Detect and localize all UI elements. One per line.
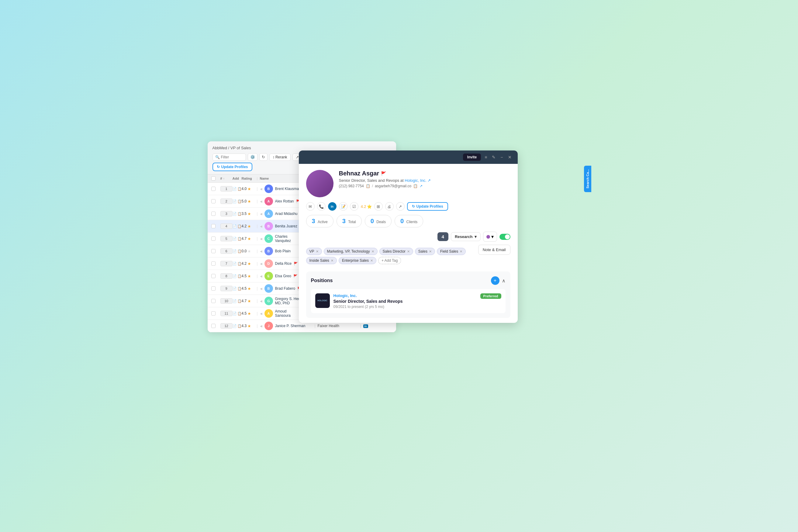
phone-icon[interactable]: 📞 xyxy=(317,202,326,211)
row-checkbox[interactable] xyxy=(211,286,221,291)
share-icon[interactable]: ↗ xyxy=(396,202,405,211)
rerank-button[interactable]: ↕ Rerank xyxy=(269,153,291,161)
print-icon[interactable]: 🖨 xyxy=(385,202,394,211)
update-profiles-list-button[interactable]: ↻ Update Profiles xyxy=(212,163,252,171)
row-checkbox[interactable] xyxy=(211,236,221,241)
email-icon[interactable]: ✉ xyxy=(306,202,315,211)
book-icon[interactable]: 📋 xyxy=(238,311,242,316)
book-icon[interactable]: 📋 xyxy=(238,212,242,216)
row-checkbox[interactable] xyxy=(211,299,221,303)
person-name[interactable]: Brad Fabero xyxy=(275,286,296,291)
person-name[interactable]: Arad Midashu xyxy=(275,212,298,216)
person-name[interactable]: Bob Plain xyxy=(275,249,291,253)
external-email-icon[interactable]: ↗ xyxy=(419,184,422,188)
book-icon[interactable]: 📋 xyxy=(238,200,242,203)
tag-chip[interactable]: VP✕ xyxy=(306,248,322,255)
doc-icon[interactable]: 📄 xyxy=(232,262,237,266)
remove-tag-icon[interactable]: ✕ xyxy=(460,250,462,253)
row-checkbox[interactable] xyxy=(211,199,221,203)
remove-tag-icon[interactable]: ✕ xyxy=(429,250,432,253)
add-tag-button[interactable]: + Add Tag xyxy=(378,257,401,264)
search-tab[interactable]: Search Ca... xyxy=(584,166,591,192)
doc-icon[interactable]: 📄 xyxy=(232,274,237,278)
person-name[interactable]: Janice P. Sherman xyxy=(275,324,305,328)
position-company[interactable]: Hologic, Inc. xyxy=(334,293,403,298)
doc-icon[interactable]: 📄 xyxy=(232,324,237,328)
remove-tag-icon[interactable]: ✕ xyxy=(370,259,373,263)
person-name[interactable]: Alex Rottan xyxy=(275,199,294,203)
remove-tag-icon[interactable]: ✕ xyxy=(331,259,334,263)
active-stat[interactable]: 3 Active xyxy=(306,215,334,227)
row-checkbox[interactable] xyxy=(211,311,221,316)
stage-dropdown[interactable]: Research ▾ xyxy=(451,232,481,241)
tag-chip[interactable]: Marketing, VP, Technology✕ xyxy=(324,248,378,255)
settings-button[interactable]: ⚙️ xyxy=(248,153,258,161)
row-checkbox[interactable] xyxy=(211,187,221,191)
linkedin-cell[interactable]: in xyxy=(363,324,376,328)
tag-chip[interactable]: Field Sales✕ xyxy=(437,248,466,255)
row-checkbox[interactable] xyxy=(211,262,221,266)
doc-icon[interactable]: 📄 xyxy=(232,200,237,203)
list-view-button[interactable]: ≡ xyxy=(483,154,488,160)
color-picker-dropdown[interactable]: ▾ xyxy=(483,232,497,242)
linkedin-icon[interactable]: in xyxy=(328,202,337,211)
person-name[interactable]: Della Rice xyxy=(275,262,292,266)
remove-tag-icon[interactable]: ✕ xyxy=(407,250,410,253)
tag-chip[interactable]: Sales Director✕ xyxy=(379,248,413,255)
minimize-button[interactable]: − xyxy=(499,154,504,160)
book-icon[interactable]: 📋 xyxy=(238,249,242,253)
refresh-button[interactable]: ↻ xyxy=(259,153,267,161)
book-icon[interactable]: 📋 xyxy=(238,187,242,191)
filter-input[interactable] xyxy=(221,155,243,159)
close-button[interactable]: ✕ xyxy=(507,154,513,160)
doc-icon[interactable]: 📄 xyxy=(232,224,237,228)
book-icon[interactable]: 📋 xyxy=(238,299,242,303)
doc-icon[interactable]: 📄 xyxy=(232,287,237,291)
linkedin-badge[interactable]: in xyxy=(363,324,368,328)
search-box[interactable]: 🔍 xyxy=(212,153,246,161)
clients-stat[interactable]: 0 Clients xyxy=(395,215,423,227)
add-position-button[interactable]: + xyxy=(491,276,499,285)
grid-icon[interactable]: ⊞ xyxy=(374,202,383,211)
note-email-button[interactable]: Note & Email xyxy=(478,245,510,255)
doc-icon[interactable]: 📄 xyxy=(232,311,237,316)
row-checkbox[interactable] xyxy=(211,224,221,228)
book-icon[interactable]: 📋 xyxy=(238,287,242,291)
tag-chip[interactable]: Sales✕ xyxy=(415,248,435,255)
remove-tag-icon[interactable]: ✕ xyxy=(372,250,374,253)
person-name[interactable]: Amoud Sansoura xyxy=(275,309,302,318)
remove-tag-icon[interactable]: ✕ xyxy=(316,250,319,253)
book-icon[interactable]: 📋 xyxy=(238,324,242,328)
person-name[interactable]: Charles Vanquitez xyxy=(275,234,302,243)
row-checkbox[interactable] xyxy=(211,274,221,278)
company-link[interactable]: Hologic, Inc. xyxy=(405,178,426,183)
edit-button[interactable]: ✎ xyxy=(491,154,497,160)
copy-icon[interactable]: 📋 xyxy=(366,184,370,188)
deals-stat[interactable]: 0 Deals xyxy=(365,215,392,227)
tag-chip[interactable]: Inside Sales✕ xyxy=(306,257,337,264)
collapse-icon[interactable]: ∧ xyxy=(502,278,506,284)
doc-icon[interactable]: 📄 xyxy=(232,249,237,253)
update-profiles-button[interactable]: ↻ Update Profiles xyxy=(407,202,448,211)
total-stat[interactable]: 3 Total xyxy=(337,215,362,227)
tag-chip[interactable]: Enterprise Sales✕ xyxy=(339,257,376,264)
doc-icon[interactable]: 📄 xyxy=(232,237,237,241)
book-icon[interactable]: 📋 xyxy=(238,237,242,241)
book-icon[interactable]: 📋 xyxy=(238,274,242,278)
doc-icon[interactable]: 📄 xyxy=(232,299,237,303)
person-name[interactable]: Elsa Greo xyxy=(275,274,291,278)
row-checkbox[interactable] xyxy=(211,324,221,328)
select-all-checkbox[interactable] xyxy=(211,176,221,180)
external-link-icon[interactable]: ↗ xyxy=(428,178,431,183)
notes-icon[interactable]: 📝 xyxy=(339,202,347,211)
row-checkbox[interactable] xyxy=(211,249,221,253)
book-icon[interactable]: 📋 xyxy=(238,224,242,228)
copy-email-icon[interactable]: 📋 xyxy=(413,184,418,188)
book-icon[interactable]: 📋 xyxy=(238,262,242,266)
doc-icon[interactable]: 📄 xyxy=(232,212,237,216)
active-toggle[interactable] xyxy=(499,234,510,240)
invite-button[interactable]: Invite xyxy=(463,153,481,161)
doc-icon[interactable]: 📄 xyxy=(232,187,237,191)
tasks-icon[interactable]: ☑ xyxy=(350,202,358,211)
person-name[interactable]: Benita Juarez xyxy=(275,224,297,228)
